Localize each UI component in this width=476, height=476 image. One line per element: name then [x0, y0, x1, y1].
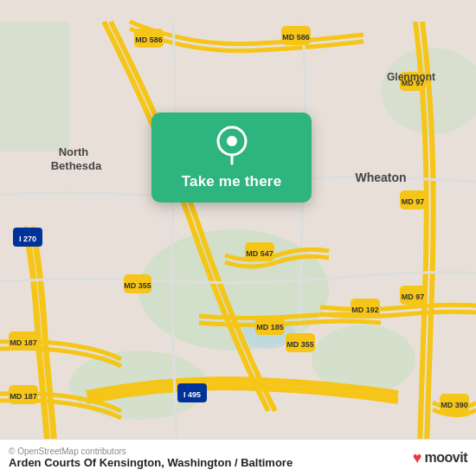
location-icon-wrapper: [211, 125, 253, 166]
take-me-there-button[interactable]: Take me there: [182, 173, 282, 190]
svg-text:Glenmont: Glenmont: [387, 71, 435, 83]
copyright-text: © OpenStreetMap contributors: [9, 447, 293, 456]
bottom-left-info: © OpenStreetMap contributors Arden Court…: [9, 447, 293, 469]
svg-text:MD 97: MD 97: [402, 197, 425, 206]
svg-text:MD 97: MD 97: [402, 293, 425, 301]
svg-text:MD 586: MD 586: [282, 33, 310, 42]
svg-text:MD 355: MD 355: [124, 281, 151, 290]
map-container: MD 355 MD 586 MD 586 MD 97 MD 97 MD 97 I…: [0, 0, 476, 476]
bottom-bar: © OpenStreetMap contributors Arden Court…: [0, 439, 476, 476]
svg-text:North: North: [59, 145, 89, 158]
svg-text:Wheaton: Wheaton: [355, 170, 406, 184]
svg-text:MD 192: MD 192: [351, 306, 379, 314]
popup-card[interactable]: Take me there: [151, 113, 312, 203]
moovit-text: moovit: [425, 450, 467, 466]
moovit-logo: ♥ moovit: [413, 449, 467, 467]
svg-text:MD 185: MD 185: [256, 323, 284, 331]
svg-text:I 270: I 270: [19, 235, 36, 243]
svg-text:I 495: I 495: [183, 390, 201, 399]
svg-text:MD 187: MD 187: [10, 392, 37, 401]
svg-point-42: [227, 136, 237, 146]
svg-text:Bethesda: Bethesda: [51, 159, 102, 172]
location-name: Arden Courts Of Kensington, Washington /…: [9, 456, 293, 469]
moovit-heart-icon: ♥: [413, 449, 422, 467]
svg-text:MD 355: MD 355: [286, 340, 314, 349]
svg-text:MD 187: MD 187: [10, 338, 37, 347]
svg-text:MD 390: MD 390: [441, 401, 468, 409]
location-pin-icon: [215, 125, 249, 166]
map-background: MD 355 MD 586 MD 586 MD 97 MD 97 MD 97 I…: [0, 0, 476, 476]
svg-text:MD 547: MD 547: [246, 249, 273, 258]
svg-rect-4: [0, 22, 69, 151]
svg-text:MD 586: MD 586: [135, 35, 163, 44]
bottom-right-logo: ♥ moovit: [413, 449, 467, 467]
